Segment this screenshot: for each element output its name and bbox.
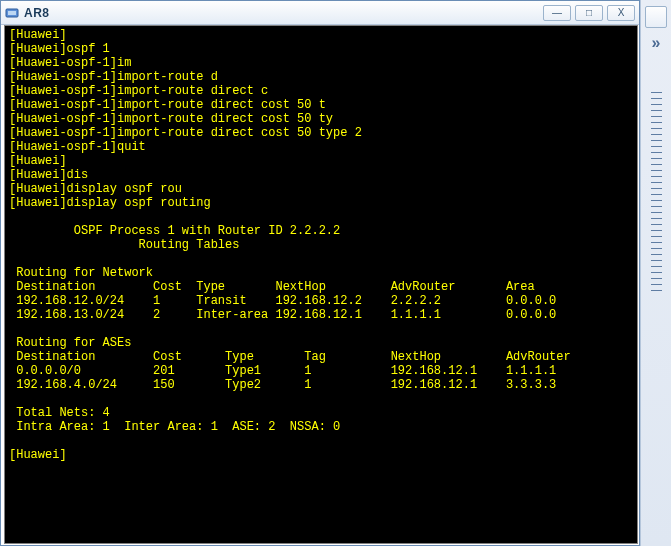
titlebar: AR8 — □ X [1, 1, 639, 25]
app-window: AR8 — □ X [Huawei] [Huawei]ospf 1 [Huawe… [0, 0, 640, 546]
svg-rect-1 [8, 11, 16, 15]
side-more-icon: » [641, 34, 671, 52]
side-ruler [651, 92, 662, 292]
close-button[interactable]: X [607, 5, 635, 21]
app-icon [5, 6, 19, 20]
minimize-button[interactable]: — [543, 5, 571, 21]
terminal-output[interactable]: [Huawei] [Huawei]ospf 1 [Huawei-ospf-1]i… [4, 25, 638, 544]
window-title: AR8 [24, 6, 50, 20]
maximize-button[interactable]: □ [575, 5, 603, 21]
side-panel: » [640, 0, 671, 546]
side-toggle-button[interactable] [645, 6, 667, 28]
